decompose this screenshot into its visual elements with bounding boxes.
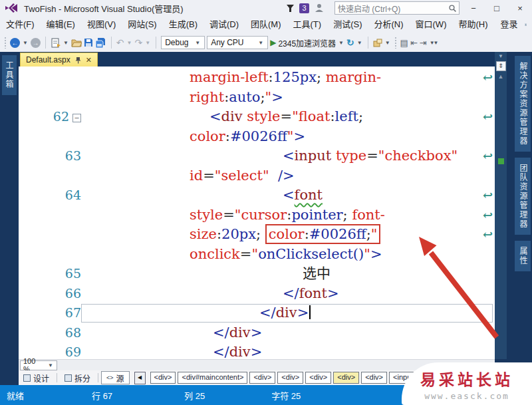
menu-item[interactable]: 帮助(H) (452, 16, 493, 33)
code-line[interactable]: 66</font> (19, 284, 495, 304)
code-line[interactable]: id="select" /> (19, 166, 495, 186)
menu-item[interactable]: 网站(S) (122, 16, 162, 33)
breadcrumb-tag-chip[interactable]: <div> (361, 372, 387, 384)
code-line[interactable]: 64<font↩ (19, 186, 495, 205)
code-line[interactable]: style="cursor:pointer; font-↩ (19, 205, 495, 225)
status-line: 行 67 (92, 389, 112, 402)
scroll-up-arrow[interactable]: ▲ (498, 73, 504, 80)
decrease-indent-icon[interactable]: ⇤ (410, 38, 418, 48)
code-line[interactable]: onclick="onClickselect()"> (19, 245, 495, 265)
code-token: "float (292, 108, 330, 124)
code-line[interactable]: 62–<div style="float:left;↩ (19, 107, 495, 127)
save-all-button[interactable] (95, 38, 106, 48)
code-token: </ (213, 344, 229, 360)
standard-toolbar: ← ▼ → ▼ ↶ ▼ ↷ ▼ Debug ▼ (0, 33, 532, 52)
open-file-button[interactable] (71, 38, 82, 47)
find-in-files-icon[interactable] (373, 39, 382, 47)
view-tab-2[interactable]: <>源 (101, 371, 130, 384)
refresh-dropdown-caret[interactable]: ▼ (356, 40, 363, 46)
splitter-handle[interactable]: ⇕ (496, 61, 506, 71)
breadcrumb-tag-chip[interactable]: <div#maincontent> (178, 372, 247, 384)
increase-indent-icon[interactable]: ⇥ (420, 38, 427, 48)
panel-tab[interactable]: 解决方案资源管理器 (515, 56, 531, 152)
menu-item[interactable]: 文件(F) (0, 16, 41, 33)
view-tab-1[interactable]: 拆分 (60, 372, 95, 384)
tab-close-icon[interactable]: ✕ (86, 56, 92, 65)
feedback-person-icon[interactable] (314, 3, 325, 13)
menu-item[interactable]: 编辑(E) (41, 16, 81, 33)
code-line[interactable]: 65选中 (19, 264, 495, 284)
watermark-title: 易采站长站 (420, 367, 513, 390)
code-line[interactable]: right:auto;"> (19, 88, 495, 108)
browser-dropdown-caret[interactable]: ▼ (338, 40, 344, 46)
toolbar-options-caret[interactable]: ▼ (384, 40, 391, 46)
browser-target-label[interactable]: 2345加速浏览器 (278, 37, 336, 49)
code-line[interactable]: size:20px; color:#0026ff;"↩ (19, 225, 495, 245)
menu-item[interactable]: 工具(T) (287, 16, 328, 33)
breadcrumb-tag-chip[interactable]: <div> (333, 372, 359, 384)
toolbar-overflow-button[interactable]: ▼▼ (429, 40, 438, 46)
fold-collapse-icon[interactable]: – (72, 114, 81, 122)
menu-item[interactable]: 分析(N) (368, 16, 409, 33)
document-outline-icon[interactable]: ▤ (400, 38, 408, 48)
toolbox-tab[interactable]: 工具箱 (2, 55, 17, 95)
solution-platform-dropdown[interactable]: Any CPU ▼ (207, 36, 268, 49)
notifications-flag-icon[interactable] (286, 4, 295, 13)
menu-item[interactable]: 团队(M) (245, 16, 287, 33)
toolbar-grip[interactable] (4, 37, 7, 49)
new-file-dropdown-caret[interactable]: ▼ (63, 40, 69, 46)
view-tab-0[interactable]: 设计 (19, 372, 54, 384)
redo-button[interactable]: ↷ (135, 38, 143, 47)
save-button[interactable] (84, 38, 93, 47)
editor-scrollbar[interactable]: ▼ ⇕ ▲ (495, 52, 507, 359)
code-text: size:20px; color:#0026ff;" (85, 225, 495, 245)
zoom-level-dropdown[interactable]: 100 % ▼ (20, 360, 57, 370)
code-line[interactable]: margin-left:125px; margin-↩ (19, 68, 495, 88)
account-avatar-icon[interactable] (525, 19, 527, 30)
menu-item[interactable]: 生成(B) (163, 16, 203, 33)
close-button[interactable]: × (511, 3, 529, 13)
minimize-button[interactable]: − (464, 3, 483, 13)
breadcrumb-tag-chip[interactable]: <div> (150, 372, 176, 384)
menu-item[interactable]: 调试(D) (203, 16, 245, 33)
code-editor[interactable]: margin-left:125px; margin-↩right:auto;">… (19, 67, 495, 360)
notification-count-badge[interactable]: 3 (299, 3, 309, 13)
navigate-back-button[interactable]: ← (10, 38, 20, 48)
menu-item[interactable]: 窗口(W) (410, 16, 453, 33)
undo-button[interactable]: ↶ (116, 38, 124, 47)
breadcrumb-tag-chip[interactable]: <div> (277, 372, 303, 384)
undo-dropdown-caret[interactable]: ▼ (126, 40, 133, 46)
quick-launch-search[interactable]: 快速启动 (Ctrl+Q) (334, 1, 460, 15)
panel-tab[interactable]: 属性 (515, 241, 531, 271)
toolbar-separator (45, 37, 46, 49)
sign-in-link[interactable]: 登录 (494, 16, 525, 33)
code-line[interactable]: color:#0026ff"> (19, 127, 495, 147)
chevron-down-icon[interactable]: ▼ (498, 53, 503, 59)
back-dropdown-caret[interactable]: ▼ (22, 40, 29, 46)
code-token: size (190, 226, 217, 242)
code-token: div (221, 108, 243, 124)
code-token: </ (283, 285, 299, 301)
new-file-button[interactable] (51, 38, 61, 48)
code-line[interactable]: 67</div> (19, 303, 495, 323)
breadcrumb-scroll-left-button[interactable]: ◀ (134, 372, 146, 384)
code-line[interactable]: 69</div> (19, 342, 495, 360)
toolbar-grip[interactable] (394, 37, 397, 49)
redo-dropdown-caret[interactable]: ▼ (144, 40, 151, 46)
refresh-button[interactable]: ↻ (346, 37, 354, 48)
menu-item[interactable]: 视图(V) (81, 16, 122, 33)
menu-item[interactable]: 测试(S) (327, 16, 368, 33)
tab-default-aspx[interactable]: Default.aspx ✕ (20, 53, 98, 67)
code-line[interactable]: 63<input type="checkbox"↩ (19, 146, 495, 166)
navigate-forward-button[interactable]: → (31, 38, 41, 48)
solution-configuration-dropdown[interactable]: Debug ▼ (161, 36, 205, 49)
pin-icon[interactable] (75, 57, 81, 64)
design-view-icon (23, 374, 31, 382)
panel-tab[interactable]: 团队资源管理器 (515, 158, 531, 235)
start-debugging-button[interactable]: ▶ (270, 38, 276, 47)
breadcrumb-tag-chip[interactable]: <div> (305, 372, 331, 384)
maximize-button[interactable]: □ (487, 3, 506, 13)
breadcrumb-tag-chip[interactable]: <div> (249, 372, 275, 384)
code-line[interactable]: 68</div> (19, 323, 495, 343)
code-token: onclick (190, 246, 240, 262)
